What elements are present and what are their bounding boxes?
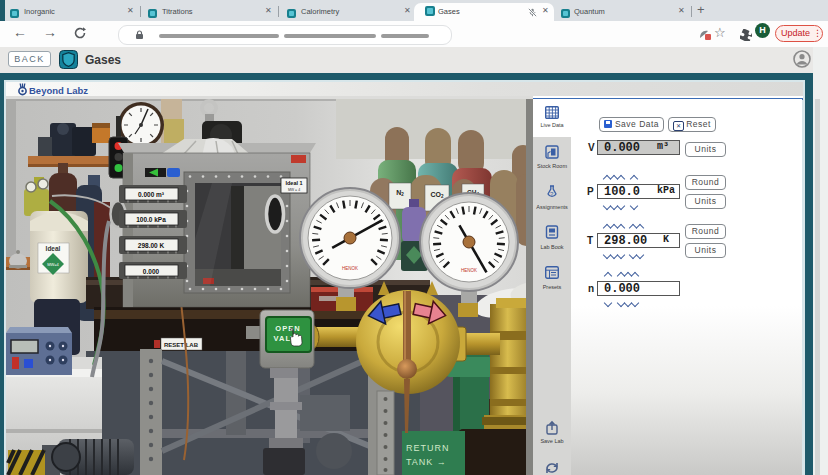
svg-text:Ideal: Ideal: [46, 245, 61, 252]
svg-text:RESET LAB: RESET LAB: [164, 342, 199, 348]
svg-text:100.0 kPa: 100.0 kPa: [136, 216, 166, 223]
svg-text:298.00 K: 298.00 K: [138, 242, 165, 249]
svg-text:0.000: 0.000: [143, 268, 160, 275]
svg-text:MW=4: MW=4: [47, 262, 59, 267]
svg-text:Ideal 1: Ideal 1: [285, 180, 302, 186]
svg-text:HENOK: HENOK: [342, 266, 358, 271]
svg-text:0.000 m³: 0.000 m³: [138, 191, 165, 198]
svg-text:HENOK: HENOK: [461, 268, 477, 273]
svg-text:OPEN: OPEN: [275, 324, 300, 333]
svg-text:TANK →: TANK →: [406, 457, 447, 467]
svg-text:RETURN: RETURN: [406, 443, 450, 453]
svg-text:MW = 4: MW = 4: [288, 188, 300, 192]
